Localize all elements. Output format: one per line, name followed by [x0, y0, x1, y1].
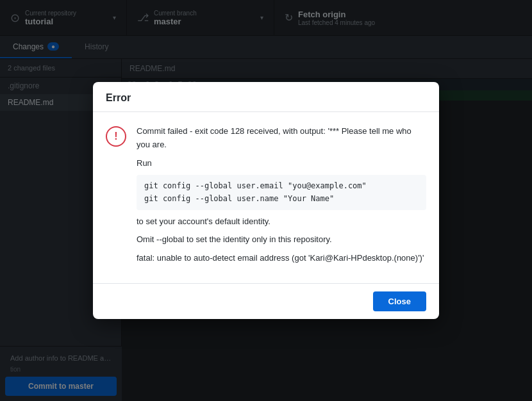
- close-button[interactable]: Close: [373, 291, 426, 311]
- error-icon: !: [106, 126, 126, 147]
- error-message-line1: Commit failed - exit code 128 received, …: [137, 125, 426, 152]
- modal-footer: Close: [93, 283, 439, 319]
- error-message-line3: Omit --global to set the identity only i…: [137, 233, 426, 247]
- error-message-line4: fatal: unable to auto-detect email addre…: [137, 252, 426, 265]
- modal-header: Error: [93, 82, 439, 112]
- modal-message: Commit failed - exit code 128 received, …: [137, 125, 426, 270]
- error-modal: Error ! Commit failed - exit code 128 re…: [93, 82, 439, 319]
- error-code-block: git config --global user.email "you@exam…: [137, 175, 426, 209]
- modal-overlay: Error ! Commit failed - exit code 128 re…: [0, 0, 532, 401]
- modal-body: ! Commit failed - exit code 128 received…: [93, 112, 439, 283]
- error-message-line2: to set your account's default identity.: [137, 215, 426, 229]
- error-message-run: Run: [137, 157, 426, 170]
- code-line-2: git config --global user.name "Your Name…: [144, 193, 419, 205]
- modal-title: Error: [106, 92, 131, 103]
- code-line-1: git config --global user.email "you@exam…: [144, 180, 419, 192]
